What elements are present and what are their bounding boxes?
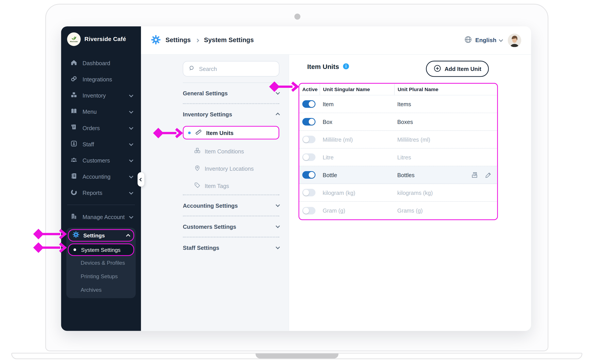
archive-icon[interactable] — [471, 171, 479, 179]
stage: Riverside Riverside Café Dashboard Integ… — [0, 0, 591, 364]
gear-icon — [72, 231, 79, 240]
sidebar-item-customers[interactable]: Customers — [61, 152, 141, 169]
app-header: Settings System Settings English — [141, 26, 531, 55]
chevron-left-icon — [139, 178, 143, 181]
active-toggle[interactable] — [302, 153, 316, 161]
table-row[interactable]: Litre Litres — [299, 149, 497, 166]
nav-item-item-tags[interactable]: Item Tags — [183, 177, 279, 195]
search-icon — [188, 65, 195, 73]
active-toggle[interactable] — [302, 207, 316, 214]
breadcrumb-separator-icon — [195, 39, 199, 42]
table-row[interactable]: Gram (g) Grams (g) — [299, 202, 497, 220]
sidebar-item-accounting[interactable]: Accounting — [61, 169, 141, 185]
chevron-up-icon — [126, 234, 130, 238]
column-header-plural: Unit Plural Name — [394, 84, 497, 95]
section-accounting-settings[interactable]: Accounting Settings — [183, 195, 279, 216]
sidebar-item-staff[interactable]: Staff — [61, 136, 141, 152]
sidebar-item-inventory[interactable]: Inventory — [61, 87, 141, 104]
toggle-knob — [309, 172, 315, 178]
laptop-base — [11, 353, 582, 359]
sidebar: Riverside Riverside Café Dashboard Integ… — [61, 26, 141, 331]
ruler-icon — [195, 128, 202, 137]
sidebar-item-dashboard[interactable]: Dashboard — [61, 55, 141, 71]
receipt-icon — [70, 124, 78, 133]
globe-icon — [464, 35, 472, 45]
section-customers-settings[interactable]: Customers Settings — [183, 216, 279, 237]
nav-item-item-conditions[interactable]: Item Conditions — [183, 143, 279, 160]
main-panel: Item Units Add Item Unit — [289, 55, 531, 331]
info-icon[interactable] — [343, 63, 349, 71]
active-toggle[interactable] — [302, 171, 316, 179]
sidebar-item-integrations[interactable]: Integrations — [61, 71, 141, 87]
toggle-knob — [303, 208, 309, 214]
book-icon — [70, 107, 78, 116]
brand-name: Riverside Café — [84, 36, 126, 43]
page-title: Item Units — [307, 63, 349, 71]
sidebar-item-menu[interactable]: Menu — [61, 104, 141, 120]
language-label: English — [475, 37, 496, 44]
nav-item-inventory-locations[interactable]: Inventory Locations — [183, 160, 279, 177]
table-row[interactable]: Box Boxes — [299, 113, 497, 131]
annotation-arrow-table — [268, 81, 299, 93]
search-box — [183, 61, 279, 77]
edit-pencil-icon[interactable] — [485, 171, 492, 179]
active-toggle[interactable] — [302, 118, 316, 125]
chevron-up-icon — [276, 113, 280, 117]
toggle-knob — [303, 189, 309, 195]
table-row[interactable]: Item Items — [299, 95, 497, 113]
tag-icon — [194, 182, 201, 190]
chevron-down-icon — [129, 158, 133, 162]
right-region: Settings System Settings English — [141, 26, 531, 331]
annotation-arrow-system-settings — [32, 242, 69, 254]
active-toggle[interactable] — [302, 189, 316, 196]
annotation-arrow-item-units — [152, 127, 183, 139]
gear-icon — [151, 35, 161, 46]
sidebar-item-orders[interactable]: Orders — [61, 120, 141, 136]
section-general-settings[interactable]: General Settings — [183, 83, 279, 103]
chevron-down-icon — [129, 174, 133, 178]
laptop-frame: Riverside Riverside Café Dashboard Integ… — [45, 4, 548, 351]
laptop-hinge-notch — [255, 354, 338, 358]
brand: Riverside Riverside Café — [61, 26, 141, 46]
svg-text:Riverside: Riverside — [70, 41, 78, 43]
table-row-hovered[interactable]: Bottle Bottles — [299, 166, 497, 184]
sidebar-item-printing-setups[interactable]: Printing Setups — [68, 270, 134, 283]
chevron-down-icon — [129, 93, 133, 97]
table-header: Active Unit Singular Name Unit Plural Na… — [299, 84, 497, 95]
sidebar-item-archives[interactable]: Archives — [68, 283, 134, 297]
brand-logo-icon: Riverside — [67, 32, 81, 46]
nav-item-item-units[interactable]: Item Units — [183, 126, 279, 139]
annotation-arrow-settings — [32, 228, 69, 240]
app-window: Riverside Riverside Café Dashboard Integ… — [61, 26, 531, 331]
ledger-icon — [70, 172, 78, 181]
breadcrumb-system-settings[interactable]: System Settings — [204, 37, 254, 44]
active-toggle[interactable] — [302, 100, 316, 108]
table-row[interactable]: kilogram (kg) kilograms (kg) — [299, 184, 497, 202]
section-staff-settings[interactable]: Staff Settings — [183, 237, 279, 258]
condition-boxes-icon — [194, 147, 201, 155]
sidebar-divider — [67, 205, 135, 205]
sidebar-item-reports[interactable]: Reports — [61, 185, 141, 201]
user-avatar[interactable] — [508, 33, 521, 47]
table-row[interactable]: Millilitre (ml) Millilitres (ml) — [299, 131, 497, 149]
sidebar-collapse-handle[interactable] — [138, 172, 144, 187]
section-inventory-settings[interactable]: Inventory Settings — [183, 104, 279, 124]
plus-circle-icon — [433, 64, 441, 73]
content: General Settings Inventory Settings — [141, 55, 531, 331]
chevron-down-icon — [129, 214, 133, 218]
toggle-knob — [309, 119, 315, 125]
active-bullet-dot — [74, 248, 76, 251]
sidebar-item-manage-account[interactable]: Manage Account — [61, 209, 141, 225]
breadcrumb: Settings System Settings — [151, 35, 254, 46]
sidebar-item-settings[interactable]: Settings — [68, 229, 134, 242]
camera-dot — [294, 13, 300, 20]
sidebar-item-devices-profiles[interactable]: Devices & Profiles — [68, 256, 134, 269]
toggle-knob — [303, 154, 309, 160]
sidebar-item-system-settings[interactable]: System Settings — [68, 243, 134, 256]
breadcrumb-settings[interactable]: Settings — [165, 37, 191, 44]
search-input[interactable] — [199, 66, 274, 72]
active-toggle[interactable] — [302, 136, 316, 143]
add-item-unit-button[interactable]: Add Item Unit — [426, 61, 489, 77]
language-selector[interactable]: English — [464, 35, 502, 45]
chevron-down-icon — [499, 38, 503, 42]
